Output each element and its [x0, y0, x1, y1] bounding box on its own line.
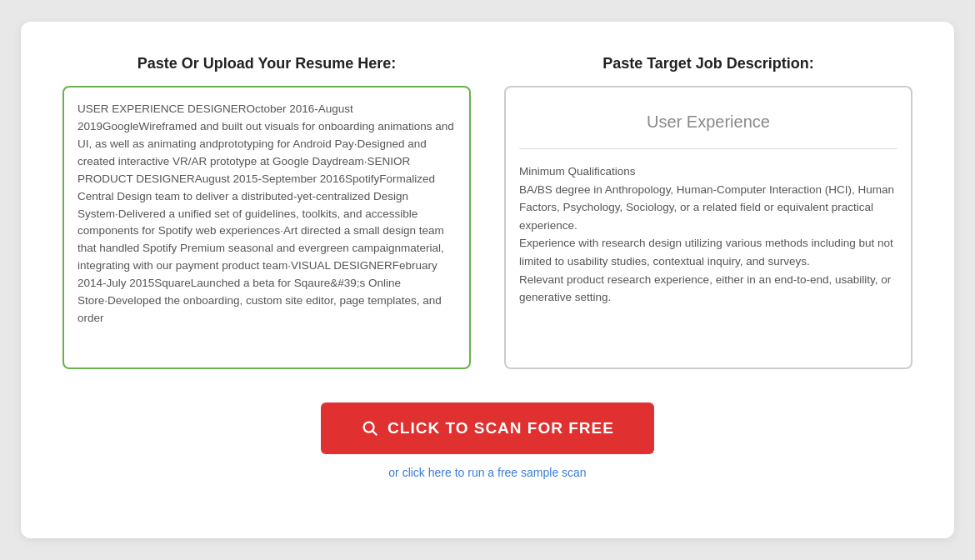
main-card: Paste Or Upload Your Resume Here: Paste …: [21, 22, 954, 538]
svg-line-1: [372, 431, 377, 435]
scan-button[interactable]: CLICK TO SCAN FOR FREE: [321, 402, 654, 454]
scan-area: CLICK TO SCAN FOR FREE or click here to …: [321, 402, 654, 479]
job-title: User Experience: [519, 101, 898, 149]
sample-scan-link[interactable]: or click here to run a free sample scan: [388, 466, 586, 479]
job-column-header: Paste Target Job Description:: [504, 55, 912, 72]
scan-button-label: CLICK TO SCAN FOR FREE: [388, 419, 614, 438]
job-description-text: Minimum QualificationsBA/BS degree in An…: [519, 162, 898, 307]
resume-textarea[interactable]: [62, 86, 471, 369]
resume-column: Paste Or Upload Your Resume Here:: [62, 55, 471, 369]
resume-column-header: Paste Or Upload Your Resume Here:: [62, 55, 471, 72]
search-icon: [361, 419, 379, 438]
two-column-layout: Paste Or Upload Your Resume Here: Paste …: [62, 55, 912, 369]
job-description-box[interactable]: User Experience Minimum QualificationsBA…: [504, 86, 912, 369]
job-column: Paste Target Job Description: User Exper…: [504, 55, 912, 369]
svg-point-0: [364, 422, 374, 432]
